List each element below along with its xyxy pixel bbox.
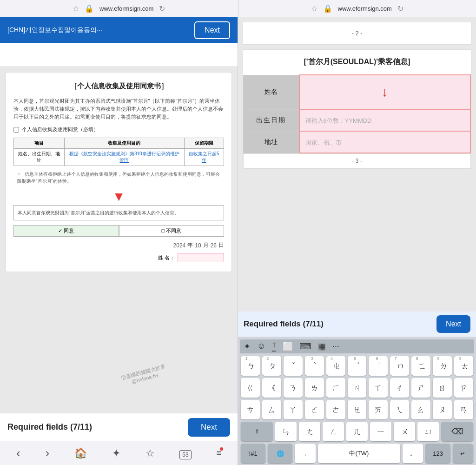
page-num-bottom: - 3 -: [243, 153, 471, 168]
left-pane: [CHN]개인정보수집및이용동의··· Next ［个人信息收集及使用同意书］ …: [0, 17, 238, 465]
kb-key-re[interactable]: ㄖ: [433, 378, 452, 398]
right-next-button[interactable]: Next: [436, 315, 470, 333]
kb-key-num-sym[interactable]: !#1: [241, 444, 265, 463]
kb-key-period[interactable]: 。: [403, 444, 423, 463]
left-refresh-icon[interactable]: ↻: [159, 4, 165, 13]
address-input[interactable]: [305, 139, 465, 146]
browser-bar: ☆ 🔒 www.eformsign.com ↻ ☆ 🔒 www.eformsig…: [0, 0, 476, 17]
kb-key-123[interactable]: 123: [425, 444, 450, 463]
kb-key-er[interactable]: ㄦ: [346, 422, 368, 441]
right-url: www.eformsign.com: [338, 5, 392, 12]
kb-tool-keyboard[interactable]: ⌨: [299, 341, 311, 352]
kb-key-space[interactable]: 中(TW): [318, 444, 400, 463]
right-top: - 2 - ['首尔月(SEOULDAL)'乘客信息] 姓名 ↓: [238, 17, 476, 312]
nav-forward-icon[interactable]: ›: [45, 446, 49, 460]
kb-tool-text[interactable]: T: [272, 341, 276, 352]
kb-key-he[interactable]: ㄏ: [326, 378, 345, 398]
kb-key-shift-left[interactable]: ⇧: [241, 422, 273, 441]
kb-key-e[interactable]: ㄜ: [326, 400, 345, 419]
doc-title: ［个人信息收集及使用同意书］: [13, 82, 224, 91]
date-day-label: 日: [218, 241, 224, 249]
kb-key-sh[interactable]: ㄕ: [411, 378, 430, 398]
kb-key-ao[interactable]: ㄠ: [411, 400, 430, 419]
left-next-bottom-button[interactable]: Next: [188, 418, 230, 437]
passenger-row-dob: 出生日期: [244, 109, 471, 131]
kb-key-ji[interactable]: ㄐ: [348, 378, 367, 398]
kb-key-liang[interactable]: 《: [262, 378, 281, 398]
kb-key-ge[interactable]: ㄍ: [241, 378, 260, 398]
kb-key-ce[interactable]: ㄘ: [241, 400, 260, 419]
table-header-item: 项目: [14, 138, 65, 149]
kb-key-fo[interactable]: 8ㄈ: [411, 356, 430, 376]
agree-button[interactable]: ✓ 同意: [13, 225, 119, 237]
kb-key-return[interactable]: ↵: [453, 444, 473, 463]
keyboard: ✦ ☺ T ⬜ ⌨ ▦ ··· 1ㄅ 2ㄆ ˇ 3ˋ 4ㄓ: [238, 337, 476, 465]
nav-sparkle-icon[interactable]: ✦: [112, 447, 120, 459]
nav-menu-icon[interactable]: ≡: [216, 448, 221, 458]
kb-key-tone4[interactable]: 3ˋ: [305, 356, 324, 376]
kb-key-mo[interactable]: 7ㄇ: [390, 356, 409, 376]
passenger-name-input-cell[interactable]: ↓: [299, 75, 471, 109]
kb-tool-grid[interactable]: ▦: [318, 341, 326, 352]
kb-delete-key[interactable]: ⌫: [441, 422, 473, 441]
table-link[interactable]: 根据《航空安全法实施规则》第310条进行记录的维护管理: [69, 151, 179, 163]
dob-input[interactable]: [305, 117, 465, 124]
kb-key-ei[interactable]: ㄟ: [390, 400, 409, 419]
page-num-top: - 2 -: [351, 30, 362, 37]
kb-key-xi[interactable]: ㄒ: [369, 378, 388, 398]
kb-key-de[interactable]: 9ㄉ: [433, 356, 452, 376]
doc-table: 项目 收集及使用目的 保留期限 姓名、出生日期、地址 根据《航空安全法实施规则》…: [13, 138, 224, 166]
kb-key-ne[interactable]: ㄋ: [284, 378, 303, 398]
passenger-address-input-cell[interactable]: [299, 131, 471, 153]
kb-tool-more[interactable]: ···: [332, 341, 339, 352]
kb-key-eng[interactable]: ㄥ: [323, 422, 344, 441]
table-cell-period: 自收集之日起5年: [184, 149, 224, 166]
kb-key-zhi[interactable]: 4ㄓ: [326, 356, 345, 376]
kb-tool-emoji[interactable]: ☺: [257, 341, 265, 352]
nav-home-icon[interactable]: 🏠: [74, 447, 87, 459]
right-refresh-icon[interactable]: ↻: [397, 4, 403, 13]
consent-checkbox[interactable]: [13, 127, 19, 133]
table-link-period[interactable]: 自收集之日起5年: [189, 151, 219, 163]
kb-key-bo[interactable]: 1ㄅ: [241, 356, 260, 376]
kb-key-yu[interactable]: ㄩ: [417, 422, 439, 441]
nav-tabs-icon[interactable]: 53: [179, 447, 191, 459]
left-star-icon[interactable]: ☆: [73, 4, 79, 13]
kb-tool-sparkle[interactable]: ✦: [244, 341, 251, 352]
table-header-period: 保留期限: [184, 138, 224, 149]
kb-key-ai[interactable]: ㄞ: [369, 400, 388, 419]
kb-key-o[interactable]: ㄛ: [305, 400, 324, 419]
kb-key-ze[interactable]: ㄗ: [454, 378, 473, 398]
left-header-next-button[interactable]: Next: [194, 21, 230, 39]
nav-tabs-count: 53: [179, 450, 191, 459]
kb-key-tone3[interactable]: ˇ: [284, 356, 303, 376]
kb-key-eh[interactable]: ㄝ: [348, 400, 367, 419]
passenger-dob-input-cell[interactable]: [299, 109, 471, 131]
left-lock-icon: 🔒: [85, 4, 94, 13]
kb-key-a[interactable]: ㄚ: [284, 400, 303, 419]
nav-back-icon[interactable]: ‹: [16, 446, 20, 460]
kb-key-en[interactable]: ㄣ: [275, 422, 297, 441]
kb-key-ou[interactable]: ㄡ: [433, 400, 452, 419]
kb-key-te[interactable]: 0ㄊ: [454, 356, 473, 376]
kb-key-se[interactable]: ㄙ: [262, 400, 281, 419]
kb-key-comma[interactable]: ，: [295, 444, 315, 463]
nav-bookmark-icon[interactable]: ☆: [145, 447, 155, 459]
table-cell-purpose: 根据《航空安全法实施规则》第310条进行记录的维护管理: [64, 149, 184, 166]
passenger-address-label: 地址: [244, 131, 299, 153]
kb-key-ang[interactable]: ㄤ: [299, 422, 320, 441]
right-star-icon[interactable]: ☆: [311, 4, 317, 13]
kb-key-tone5[interactable]: 6˙: [369, 356, 388, 376]
kb-key-yi[interactable]: ㄧ: [370, 422, 391, 441]
kb-key-le[interactable]: ㄌ: [305, 378, 324, 398]
kb-key-an[interactable]: ㄢ: [454, 400, 473, 419]
kb-key-globe[interactable]: 🌐: [268, 444, 292, 463]
kb-tool-box[interactable]: ⬜: [283, 341, 293, 352]
disagree-button[interactable]: □ 不同意: [119, 225, 225, 237]
checkbox-label: 个人信息收集及使用同意（必填）: [22, 126, 99, 133]
name-input[interactable]: [178, 253, 224, 262]
kb-key-po[interactable]: 2ㄆ: [262, 356, 281, 376]
kb-key-ch[interactable]: ㄔ: [390, 378, 409, 398]
kb-key-tone2[interactable]: 5ˊ: [348, 356, 367, 376]
kb-key-wu[interactable]: ㄨ: [394, 422, 415, 441]
